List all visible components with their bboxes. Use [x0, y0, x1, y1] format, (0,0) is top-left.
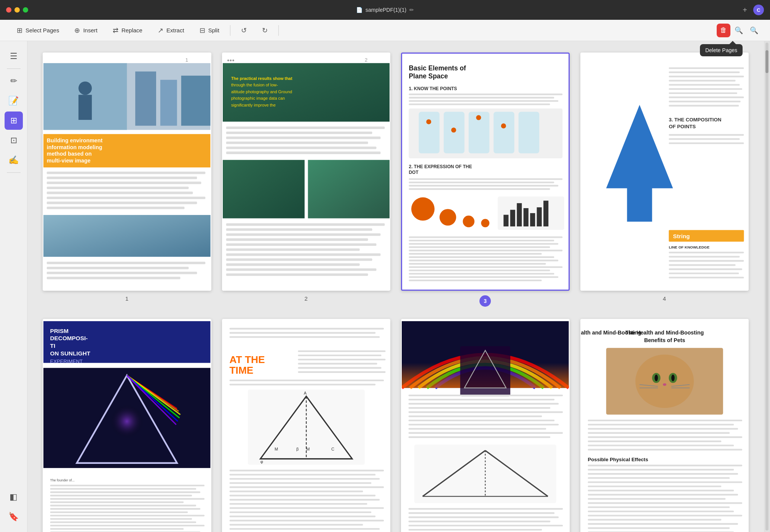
svg-text:Building environment: Building environment	[47, 137, 103, 143]
sidebar-item-sign[interactable]: ✍	[5, 151, 23, 169]
rotate-left-button[interactable]: ↺	[233, 23, 254, 38]
scrollbar[interactable]	[764, 41, 770, 532]
svg-rect-131	[669, 268, 742, 270]
svg-rect-207	[229, 528, 380, 530]
page-thumbnail-7[interactable]	[401, 319, 570, 532]
page-thumbnail-4[interactable]: 3. THE COMPOSITION OF POINTS String LINE…	[580, 53, 749, 291]
svg-rect-50	[226, 243, 376, 246]
svg-rect-226	[409, 432, 563, 433]
split-button[interactable]: ⊟ Split	[192, 23, 227, 38]
svg-rect-193	[229, 470, 384, 471]
edit-title-icon[interactable]: ✏	[409, 7, 414, 13]
sidebar-item-copy[interactable]: ⊡	[5, 131, 23, 150]
extract-button[interactable]: ↗ Extract	[150, 23, 192, 38]
page-number-1: 1	[125, 295, 128, 302]
page-thumbnail-3[interactable]: Basic Elements of Plane Space 1. KNOW TH…	[401, 53, 570, 291]
svg-text:multi-view image: multi-view image	[47, 158, 91, 164]
svg-rect-18	[47, 192, 193, 194]
svg-rect-67	[444, 112, 465, 153]
select-pages-label: Select Pages	[26, 27, 59, 33]
svg-rect-263	[588, 436, 742, 438]
svg-rect-201	[229, 503, 367, 505]
page-item-4[interactable]: 3. THE COMPOSITION OF POINTS String LINE…	[580, 53, 749, 307]
svg-rect-235	[409, 516, 559, 518]
svg-rect-95	[409, 243, 558, 245]
page-item-6[interactable]: AT THE TIME	[222, 319, 391, 532]
svg-rect-276	[588, 498, 725, 500]
content-area[interactable]: 1 Building environment	[27, 41, 764, 532]
svg-text:A: A	[304, 391, 307, 395]
svg-point-253	[671, 374, 674, 381]
svg-text:The Health and Mind-Boosting: The Health and Mind-Boosting	[625, 330, 704, 336]
svg-rect-130	[669, 264, 735, 266]
svg-rect-16	[47, 182, 201, 184]
close-button[interactable]	[6, 7, 11, 13]
svg-rect-54	[226, 263, 359, 266]
page-item-2[interactable]: ●●● 2 The practical results show t	[222, 53, 391, 307]
svg-rect-51	[226, 248, 359, 251]
trash-icon: 🗑	[720, 26, 727, 34]
select-pages-button[interactable]: ⊞ Select Pages	[9, 23, 67, 38]
page-item-8[interactable]: The Health and Mind-Boosting The Health …	[580, 319, 749, 532]
svg-rect-110	[669, 72, 740, 73]
svg-rect-196	[229, 482, 371, 484]
delete-pages-button[interactable]: 🗑	[717, 24, 730, 37]
page-number-4: 4	[663, 295, 666, 302]
svg-rect-23	[43, 215, 211, 257]
svg-rect-281	[588, 519, 721, 520]
svg-rect-93	[409, 236, 562, 238]
svg-rect-129	[669, 260, 744, 261]
sidebar-item-layers[interactable]: ◧	[5, 488, 23, 506]
sidebar-item-edit[interactable]: ✏	[5, 72, 23, 90]
page-thumbnail-6[interactable]: AT THE TIME	[222, 319, 391, 532]
svg-rect-39	[226, 132, 372, 134]
add-tab-button[interactable]: +	[743, 6, 747, 14]
toolbar-separator-2	[278, 25, 279, 36]
zoom-in-button[interactable]: 🔍	[747, 24, 761, 37]
svg-rect-151	[50, 485, 205, 486]
minimize-button[interactable]	[14, 7, 20, 13]
maximize-button[interactable]	[23, 7, 28, 13]
svg-rect-40	[226, 137, 380, 139]
svg-rect-92	[543, 201, 548, 226]
svg-point-73	[476, 115, 481, 120]
page-item-3[interactable]: Basic Elements of Plane Space 1. KNOW TH…	[401, 53, 570, 307]
zoom-out-button[interactable]: 🔍	[732, 24, 746, 37]
svg-rect-178	[298, 359, 385, 360]
svg-text:TIME: TIME	[229, 365, 253, 376]
svg-rect-66	[419, 112, 440, 153]
svg-text:φ: φ	[260, 459, 263, 464]
split-label: Split	[208, 27, 219, 33]
sidebar-item-annotate[interactable]: 📝	[5, 92, 23, 110]
insert-button[interactable]: ⊕ Insert	[67, 23, 105, 38]
scrollbar-thumb[interactable]	[765, 50, 768, 73]
page-thumbnail-8[interactable]: The Health and Mind-Boosting The Health …	[580, 319, 749, 532]
svg-rect-53	[226, 258, 372, 261]
page-item-5[interactable]: PRISM DECOMPOSI- TI ON SUNLIGHT EXPERIME…	[43, 319, 211, 532]
svg-text:1. KNOW THE POINTS: 1. KNOW THE POINTS	[409, 86, 457, 91]
svg-rect-265	[588, 444, 734, 446]
svg-text:altitude photography and Groun: altitude photography and Ground	[231, 89, 292, 94]
svg-point-84	[481, 219, 489, 227]
svg-rect-172	[229, 332, 375, 333]
page-thumbnail-5[interactable]: PRISM DECOMPOSI- TI ON SUNLIGHT EXPERIME…	[43, 319, 211, 532]
svg-text:The practical results show tha: The practical results show that	[231, 76, 292, 81]
svg-text:photographic image data can: photographic image data can	[231, 96, 284, 100]
rotate-right-button[interactable]: ↻	[254, 23, 275, 38]
sidebar-item-view[interactable]: ☰	[5, 47, 23, 65]
svg-rect-262	[588, 432, 730, 433]
svg-rect-176	[298, 350, 385, 352]
page-item-1[interactable]: 1 Building environment	[43, 53, 211, 307]
sidebar-item-pages[interactable]: ⊞	[5, 111, 23, 130]
page-number-2: 2	[305, 295, 308, 302]
svg-rect-56	[226, 273, 368, 276]
svg-rect-62	[409, 97, 554, 99]
page-thumbnail-2[interactable]: ●●● 2 The practical results show t	[222, 53, 391, 291]
insert-icon: ⊕	[74, 26, 80, 35]
svg-rect-115	[669, 92, 737, 94]
sidebar-item-bookmark[interactable]: 🔖	[5, 508, 23, 526]
replace-button[interactable]: ⇄ Replace	[105, 23, 150, 38]
zoom-in-icon: 🔍	[750, 26, 758, 35]
page-item-7[interactable]: 7	[401, 319, 570, 532]
page-thumbnail-1[interactable]: 1 Building environment	[43, 53, 211, 291]
